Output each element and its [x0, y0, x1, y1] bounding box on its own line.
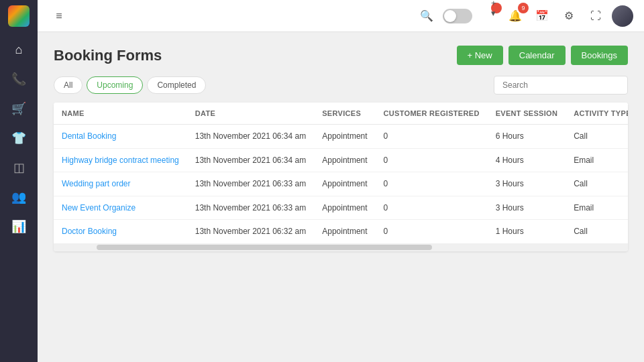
cell-customers: 0	[376, 172, 488, 196]
cell-name: Doctor Booking	[54, 220, 187, 243]
col-services: SERVICES	[314, 103, 375, 125]
booking-link[interactable]: Dental Booking	[62, 131, 116, 141]
cell-date: 13th November 2021 06:32 am	[187, 220, 314, 243]
cell-name: Wedding part order	[54, 172, 187, 196]
cell-customers: 0	[376, 220, 488, 243]
avatar-image	[612, 5, 633, 27]
bookings-table: NAME DATE SERVICES CUSTOMER REGISTERED E…	[54, 103, 628, 243]
cell-activity: Call	[566, 125, 628, 149]
cell-session: 6 Hours	[488, 125, 566, 149]
bookings-table-container: NAME DATE SERVICES CUSTOMER REGISTERED E…	[54, 103, 628, 251]
cell-customers: 0	[376, 148, 488, 172]
col-name: NAME	[54, 103, 187, 125]
cell-activity: Email	[566, 148, 628, 172]
mode-toggle[interactable]	[443, 9, 472, 23]
table-row: New Event Organize 13th November 2021 06…	[54, 196, 628, 220]
table-scroll[interactable]: NAME DATE SERVICES CUSTOMER REGISTERED E…	[54, 103, 628, 243]
cell-services: Appointment	[314, 220, 375, 243]
toggle-knob	[444, 10, 456, 22]
app-logo[interactable]	[8, 5, 30, 27]
col-event-session: EVENT SESSION	[488, 103, 566, 125]
cell-activity: Call	[566, 172, 628, 196]
table-row: Dental Booking 13th November 2021 06:34 …	[54, 125, 628, 149]
content-area: Booking Forms + New Calendar Bookings Al…	[38, 32, 644, 362]
user-avatar[interactable]	[612, 5, 633, 27]
cell-session: 4 Hours	[488, 148, 566, 172]
fullscreen-button[interactable]: ⛶	[585, 5, 606, 27]
sidebar-item-layers[interactable]: ◫	[7, 156, 31, 180]
booking-link[interactable]: Doctor Booking	[62, 227, 117, 236]
add-button[interactable]: + ▾	[478, 5, 499, 27]
sidebar-item-chart[interactable]: 📊	[7, 215, 31, 239]
topbar: ≡ 🔍 + ▾ 🔔 9 📅 ⚙ ⛶	[38, 0, 644, 32]
filter-completed[interactable]: Completed	[147, 76, 206, 94]
settings-button[interactable]: ⚙	[558, 5, 580, 27]
search-input[interactable]	[494, 76, 628, 95]
horizontal-scrollbar[interactable]	[54, 243, 628, 251]
calendar-button[interactable]: 📅	[531, 5, 553, 27]
table-header-row: NAME DATE SERVICES CUSTOMER REGISTERED E…	[54, 103, 628, 125]
main-area: ≡ 🔍 + ▾ 🔔 9 📅 ⚙ ⛶ Booking Forms + New Ca…	[38, 0, 644, 362]
cell-services: Appointment	[314, 148, 375, 172]
cell-activity: Email	[566, 196, 628, 220]
page-title: Booking Forms	[54, 47, 162, 64]
table-row: Highway bridge contract meeting 13th Nov…	[54, 148, 628, 172]
cell-name: New Event Organize	[54, 196, 187, 220]
cell-name: Dental Booking	[54, 125, 187, 149]
add-label: + ▾	[491, 3, 502, 13]
cell-services: Appointment	[314, 172, 375, 196]
scrollbar-thumb	[97, 245, 432, 250]
cell-date: 13th November 2021 06:33 am	[187, 196, 314, 220]
sidebar: ⌂ 📞 🛒 👕 ◫ 👥 📊	[0, 0, 38, 362]
cell-session: 3 Hours	[488, 196, 566, 220]
sidebar-item-phone[interactable]: 📞	[7, 67, 31, 91]
notification-button[interactable]: 🔔 9	[504, 5, 526, 27]
filter-bar: All Upcoming Completed	[54, 76, 628, 95]
cell-services: Appointment	[314, 196, 375, 220]
filter-tabs: All Upcoming Completed	[54, 76, 206, 94]
cell-date: 13th November 2021 06:34 am	[187, 125, 314, 149]
cell-customers: 0	[376, 125, 488, 149]
bookings-button[interactable]: Bookings	[571, 46, 628, 65]
notification-count: 9	[518, 3, 529, 13]
sidebar-item-home[interactable]: ⌂	[7, 38, 31, 62]
hamburger-menu-button[interactable]: ≡	[48, 5, 70, 27]
cell-name: Highway bridge contract meeting	[54, 148, 187, 172]
col-customer-registered: CUSTOMER REGISTERED	[376, 103, 488, 125]
cell-date: 13th November 2021 06:34 am	[187, 148, 314, 172]
calendar-view-button[interactable]: Calendar	[508, 46, 566, 65]
header-actions: + New Calendar Bookings	[457, 46, 628, 65]
sidebar-item-users[interactable]: 👥	[7, 185, 31, 209]
cell-date: 13th November 2021 06:33 am	[187, 172, 314, 196]
col-date: DATE	[187, 103, 314, 125]
booking-link[interactable]: Highway bridge contract meeting	[62, 156, 179, 165]
col-activity-type: ACTIVITY TYPE	[566, 103, 628, 125]
table-row: Wedding part order 13th November 2021 06…	[54, 172, 628, 196]
page-header: Booking Forms + New Calendar Bookings	[54, 46, 628, 65]
cell-session: 3 Hours	[488, 172, 566, 196]
filter-upcoming[interactable]: Upcoming	[87, 76, 143, 94]
table-row: Doctor Booking 13th November 2021 06:32 …	[54, 220, 628, 243]
new-button[interactable]: + New	[457, 46, 503, 65]
sidebar-item-clothing[interactable]: 👕	[7, 126, 31, 150]
cell-session: 1 Hours	[488, 220, 566, 243]
filter-all[interactable]: All	[54, 76, 83, 94]
cell-services: Appointment	[314, 125, 375, 149]
cell-activity: Call	[566, 220, 628, 243]
booking-link[interactable]: New Event Organize	[62, 203, 136, 213]
search-button[interactable]: 🔍	[416, 5, 437, 27]
cell-customers: 0	[376, 196, 488, 220]
booking-link[interactable]: Wedding part order	[62, 179, 131, 188]
sidebar-item-shop[interactable]: 🛒	[7, 97, 31, 121]
